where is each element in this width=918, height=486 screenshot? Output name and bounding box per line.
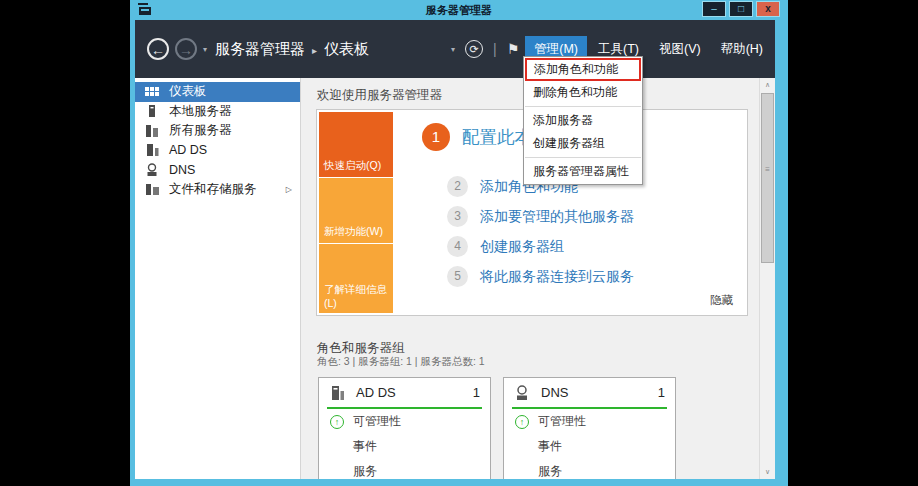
app-header: ← → ▾ 服务器管理器▸仪表板 ▾ ⟳ | ⚑ 管理(M) 工具(T) 视图(… <box>135 20 775 78</box>
sidebar-item-file-storage-services[interactable]: 文件和存储服务 ▷ <box>135 180 300 200</box>
scroll-down-icon[interactable]: ∨ <box>760 465 775 479</box>
hide-link[interactable]: 隐藏 <box>710 293 733 308</box>
close-button[interactable]: x <box>756 1 780 17</box>
tab-whats-new[interactable]: 新增功能(W) <box>319 178 393 243</box>
refresh-button[interactable]: ⟳ <box>465 40 483 58</box>
file-storage-icon <box>145 182 160 196</box>
expand-arrow-icon[interactable]: ▷ <box>286 185 292 194</box>
refresh-icon: ⟳ <box>469 43 478 55</box>
tile-row-services[interactable]: 服务 <box>319 459 490 479</box>
breadcrumb: 服务器管理器▸仪表板 <box>215 20 369 78</box>
dns-icon <box>145 163 160 177</box>
manageability-up-icon: ↑ <box>515 415 529 429</box>
minimize-button[interactable]: – <box>702 1 726 17</box>
menu-view[interactable]: 视图(V) <box>650 36 710 63</box>
sidebar-item-local-server[interactable]: 本地服务器 <box>135 102 300 122</box>
window-title: 服务器管理器 <box>130 0 788 20</box>
tile-ad-ds: AD DS 1 ↑ 可管理性 事件 服务 <box>318 377 491 479</box>
tile-header[interactable]: AD DS 1 <box>319 378 490 407</box>
tile-count: 1 <box>473 385 480 400</box>
manage-dropdown-menu: 添加角色和功能 删除角色和功能 添加服务器 创建服务器组 服务器管理器属性 <box>523 56 643 185</box>
tab-learn-more[interactable]: 了解详细信息(L) <box>319 244 393 313</box>
step-number-badge: 3 <box>447 206 468 227</box>
nav-history-caret-icon[interactable]: ▾ <box>203 45 207 54</box>
tile-row-events[interactable]: 事件 <box>504 434 675 459</box>
dns-icon <box>514 385 530 401</box>
breadcrumb-separator-icon: ▸ <box>312 45 317 56</box>
sidebar-item-label: DNS <box>169 163 195 177</box>
annotation-highlight-box: 添加角色和功能 <box>525 58 641 81</box>
quickstart-tabs: 快速启动(Q) 新增功能(W) 了解详细信息(L) <box>319 112 393 313</box>
scrollbar-grip-icon: ≡ <box>762 166 773 174</box>
maximize-button[interactable]: □ <box>729 1 753 17</box>
menu-item-remove-roles-and-features[interactable]: 删除角色和功能 <box>524 81 642 104</box>
menu-separator <box>525 106 641 107</box>
flag-icon: ⚑ <box>507 41 520 57</box>
scroll-up-icon[interactable]: ∧ <box>760 78 775 92</box>
forward-icon: → <box>179 42 193 58</box>
ad-ds-icon <box>329 385 345 401</box>
tile-row-services[interactable]: 服务 <box>504 459 675 479</box>
menu-separator <box>525 157 641 158</box>
sidebar-item-label: 本地服务器 <box>169 103 232 120</box>
sidebar-item-label: 仪表板 <box>169 83 207 100</box>
menu-help[interactable]: 帮助(H) <box>712 36 772 63</box>
sidebar-item-dns[interactable]: DNS <box>135 160 300 180</box>
vertical-scrollbar[interactable]: ∧ ≡ ∨ <box>759 78 775 479</box>
step-number-badge: 2 <box>447 176 468 197</box>
tile-row-manageability[interactable]: ↑ 可管理性 <box>504 409 675 434</box>
menu-item-create-server-group[interactable]: 创建服务器组 <box>524 132 642 155</box>
server-manager-window: 服务器管理器 – □ x 添加角色和功能 删除角色和功能 添加服务器 创建服务器… <box>130 0 788 486</box>
scrollbar-thumb[interactable]: ≡ <box>761 93 774 263</box>
sidebar-item-label: 所有服务器 <box>169 122 232 139</box>
dashboard-icon <box>145 85 160 99</box>
notifications-flag-button[interactable]: ⚑ <box>507 41 520 57</box>
back-button[interactable]: ← <box>147 38 169 60</box>
back-icon: ← <box>151 42 165 58</box>
ad-ds-icon <box>145 143 160 157</box>
roles-summary: 角色: 3 | 服务器组: 1 | 服务器总数: 1 <box>317 355 485 369</box>
step-add-other-servers[interactable]: 3 添加要管理的其他服务器 <box>447 206 634 227</box>
sidebar-item-all-servers[interactable]: 所有服务器 <box>135 121 300 141</box>
sidebar-item-label: 文件和存储服务 <box>169 181 257 198</box>
tile-row-manageability[interactable]: ↑ 可管理性 <box>319 409 490 434</box>
step-connect-to-cloud[interactable]: 5 将此服务器连接到云服务 <box>447 266 634 287</box>
step-number-badge: 4 <box>447 236 468 257</box>
menu-item-server-manager-properties[interactable]: 服务器管理器属性 <box>524 160 642 183</box>
tile-header[interactable]: DNS 1 <box>504 378 675 407</box>
toolbar-divider: | <box>493 41 497 57</box>
sidebar-item-ad-ds[interactable]: AD DS <box>135 141 300 161</box>
step-number-badge: 1 <box>422 123 450 151</box>
notifications-caret-icon[interactable]: ▾ <box>451 45 455 54</box>
sidebar-item-dashboard[interactable]: 仪表板 <box>135 82 300 102</box>
tile-dns: DNS 1 ↑ 可管理性 事件 服务 <box>503 377 676 479</box>
titlebar: 服务器管理器 – □ x <box>130 0 788 20</box>
forward-button[interactable]: → <box>175 38 197 60</box>
tile-name: AD DS <box>356 385 396 400</box>
tab-quick-start[interactable]: 快速启动(Q) <box>319 112 393 177</box>
menu-item-add-roles-and-features[interactable]: 添加角色和功能 <box>527 60 639 79</box>
breadcrumb-root[interactable]: 服务器管理器 <box>215 40 305 57</box>
step-number-badge: 5 <box>447 266 468 287</box>
sidebar-item-label: AD DS <box>169 143 207 157</box>
welcome-title: 欢迎使用服务器管理器 <box>317 87 442 104</box>
tile-row-events[interactable]: 事件 <box>319 434 490 459</box>
step-create-server-group[interactable]: 4 创建服务器组 <box>447 236 564 257</box>
tile-count: 1 <box>658 385 665 400</box>
breadcrumb-current: 仪表板 <box>324 40 369 57</box>
sidebar: 仪表板 本地服务器 所有服务器 <box>135 78 300 479</box>
all-servers-icon <box>145 124 160 138</box>
menu-item-add-servers[interactable]: 添加服务器 <box>524 109 642 132</box>
local-server-icon <box>145 104 160 118</box>
tile-name: DNS <box>541 385 568 400</box>
manageability-up-icon: ↑ <box>330 415 344 429</box>
